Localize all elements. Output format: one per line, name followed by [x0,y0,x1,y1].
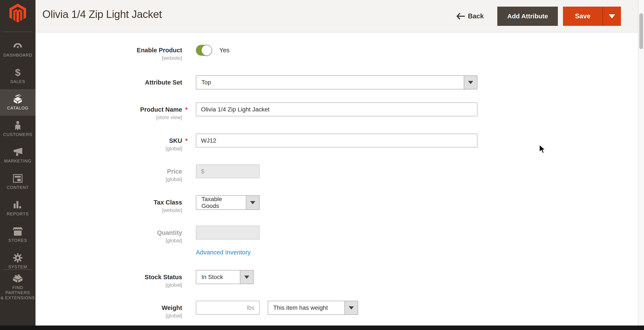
weight-scope: [global] [36,313,182,319]
sidebar-item-label: REPORTS [7,211,29,216]
stores-icon [13,227,23,236]
price-scope: [global] [36,176,182,182]
marketing-icon [13,147,23,157]
enable-product-scope: [website] [36,55,182,61]
required-asterisk: * [182,134,196,144]
product-name-label: Product Name [36,106,182,113]
chevron-down-icon[interactable] [344,301,358,315]
enable-product-value: Yes [219,47,230,54]
add-attribute-button[interactable]: Add Attribute [497,7,558,26]
sidebar-item-label: DASHBOARD [3,52,32,58]
tax-class-select[interactable]: Taxable Goods [196,195,260,210]
attribute-set-label: Attribute Set [36,79,182,86]
sidebar-item-label: SYSTEM [8,264,27,269]
magento-logo-icon[interactable] [0,4,36,22]
quantity-label: Quantity [36,229,182,236]
bottom-window-bar [0,326,644,330]
quantity-scope: [global] [36,238,182,244]
sidebar-item-catalog[interactable]: CATALOG [0,89,36,116]
catalog-icon [13,94,23,104]
quantity-row: Quantity [global] [36,226,638,244]
sku-row: SKU [global] * [36,134,638,152]
back-arrow-icon [456,13,465,19]
attribute-set-value: Top [196,76,464,89]
chevron-down-icon[interactable] [246,196,259,209]
sku-label: SKU [36,137,182,144]
page-header: Olivia 1/4 Zip Light Jacket Back Add Att… [36,0,638,32]
back-button[interactable]: Back [456,12,484,20]
sidebar-divider [4,269,32,270]
price-row: Price [global] [36,164,638,182]
toggle-knob [201,45,212,56]
weight-input[interactable] [196,301,260,315]
sidebar: DASHBOARD $ SALES CATALOG [0,0,36,330]
tax-class-label: Tax Class [36,199,182,206]
sku-scope: [global] [36,146,182,152]
sidebar-item-dashboard[interactable]: DASHBOARD [0,36,36,63]
price-input [196,164,260,178]
product-name-row: Product Name [store view] * [36,102,638,120]
attribute-set-row: Attribute Set Top [36,75,638,89]
weight-type-select[interactable]: This item has weight [268,301,358,315]
weight-label: Weight [36,304,182,312]
sidebar-divider [4,32,32,32]
dashboard-icon [13,41,22,51]
enable-product-row: Enable Product [website] Yes [36,45,638,61]
stock-status-scope: [global] [36,282,182,288]
advanced-inventory-link[interactable]: Advanced Inventory [196,249,250,256]
partners-extensions-icon [12,274,23,283]
sidebar-item-system[interactable]: SYSTEM [0,248,36,275]
sidebar-item-label: STORES [8,238,27,243]
sidebar-item-label: FIND PARTNERS [0,285,36,295]
tax-class-scope: [website] [36,207,182,213]
vertical-scrollbar-track [638,0,644,330]
content-icon [13,174,22,183]
save-options-dropdown-button[interactable] [602,7,621,26]
chevron-down-icon[interactable] [464,76,477,89]
sidebar-item-label: MARKETING [4,158,32,164]
sidebar-item-reports[interactable]: REPORTS [0,195,36,222]
sidebar-item-label: CONTENT [7,185,29,190]
quantity-input [196,226,260,239]
sidebar-item-sales[interactable]: $ SALES [0,63,36,89]
advanced-inventory-row: Advanced Inventory [36,249,638,256]
system-icon [13,253,22,263]
customers-icon [14,121,22,130]
sidebar-item-customers[interactable]: CUSTOMERS [0,116,36,142]
page-title: Olivia 1/4 Zip Light Jacket [42,8,162,20]
chevron-down-icon [609,14,615,18]
sidebar-item-label: CUSTOMERS [3,132,32,137]
sidebar-item-content[interactable]: CONTENT [0,169,36,195]
stock-status-label: Stock Status [36,273,182,281]
reports-icon [13,200,22,210]
vertical-scrollbar-thumb[interactable] [639,13,643,49]
sidebar-item-label: CATALOG [7,105,28,111]
enable-product-label: Enable Product [36,46,182,54]
required-asterisk: * [182,102,196,113]
save-button[interactable]: Save [563,7,602,26]
attribute-set-select[interactable]: Top [196,75,478,89]
stock-status-select[interactable]: In Stock [196,270,254,284]
tax-class-row: Tax Class [website] Taxable Goods [36,195,638,213]
sidebar-item-label: & EXTENSIONS [1,295,35,300]
enable-product-toggle[interactable] [196,45,212,56]
weight-row: Weight [global] This item has weight [36,301,638,319]
sidebar-item-label: SALES [10,79,25,84]
product-name-scope: [store view] [36,114,182,120]
sidebar-item-stores[interactable]: STORES [0,222,36,248]
sidebar-item-marketing[interactable]: MARKETING [0,142,36,169]
chevron-down-icon[interactable] [240,270,253,284]
stock-status-row: Stock Status [global] In Stock [36,270,638,288]
price-label: Price [36,168,182,175]
sku-input[interactable] [196,134,478,148]
sales-icon: $ [15,68,20,77]
weight-type-value: This item has weight [268,301,344,315]
sidebar-item-find-partners[interactable]: FIND PARTNERS & EXTENSIONS [0,271,36,303]
tax-class-value: Taxable Goods [196,196,246,209]
stock-status-value: In Stock [196,270,240,284]
product-name-input[interactable] [196,102,478,116]
product-form: Enable Product [website] Yes Attribute S… [36,33,638,326]
